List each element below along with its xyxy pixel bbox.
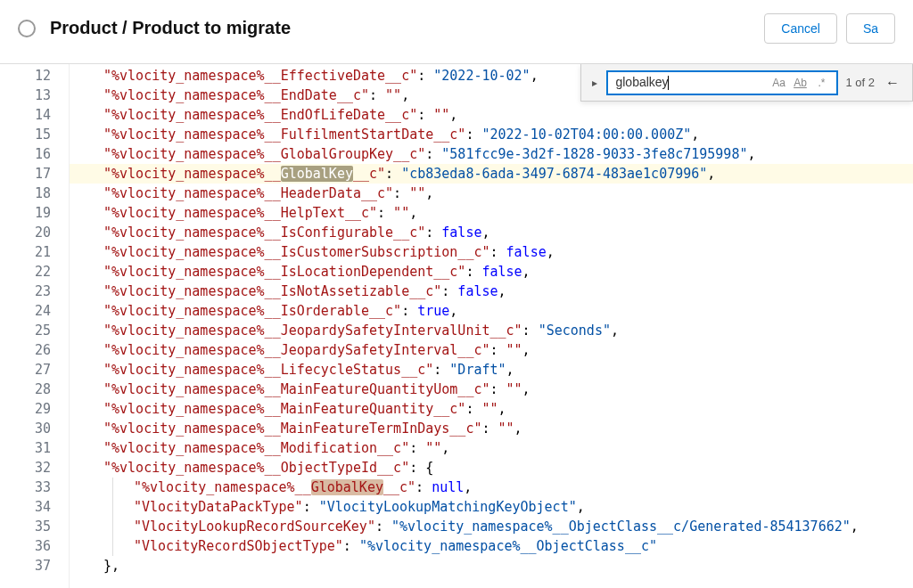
line-number: 23	[0, 282, 51, 301]
line-number: 21	[0, 242, 51, 262]
code-area[interactable]: "%vlocity_namespace%__EffectiveDate__c":…	[70, 64, 913, 588]
line-number: 25	[0, 321, 51, 340]
code-line[interactable]: "%vlocity_namespace%__MainFeatureQuantit…	[70, 380, 913, 399]
line-gutter: 1213141516171819202122232425262728293031…	[0, 64, 70, 588]
code-line[interactable]: "VlocityLookupRecordSourceKey": "%vlocit…	[70, 517, 913, 536]
code-line[interactable]: "%vlocity_namespace%__JeopardySafetyInte…	[70, 340, 913, 360]
code-line[interactable]: "%vlocity_namespace%__LifecycleStatus__c…	[70, 360, 913, 380]
line-number: 37	[0, 556, 51, 576]
header: Product / Product to migrate Cancel Sa	[0, 0, 913, 64]
match-case-icon[interactable]: Aa	[770, 77, 786, 89]
line-number: 28	[0, 380, 51, 399]
cancel-button[interactable]: Cancel	[764, 13, 837, 44]
code-line[interactable]: "%vlocity_namespace%__IsConfigurable__c"…	[70, 223, 913, 242]
find-input-value: globalkey	[615, 75, 668, 89]
select-radio[interactable]	[18, 20, 36, 37]
code-line[interactable]: "%vlocity_namespace%__IsCustomerSubscrip…	[70, 242, 913, 262]
code-line[interactable]: "%vlocity_namespace%__IsNotAssetizable__…	[70, 282, 913, 301]
code-line[interactable]: "%vlocity_namespace%__GlobalGroupKey__c"…	[70, 144, 913, 164]
code-line[interactable]: "%vlocity_namespace%__IsOrderable__c": t…	[70, 301, 913, 321]
line-number: 14	[0, 105, 51, 125]
line-number: 15	[0, 125, 51, 144]
page-title: Product / Product to migrate	[50, 18, 291, 38]
code-line[interactable]: "%vlocity_namespace%__MainFeatureQuantit…	[70, 399, 913, 419]
code-line[interactable]: "%vlocity_namespace%__HelpText__c": "",	[70, 203, 913, 223]
regex-icon[interactable]: .*	[813, 77, 829, 89]
header-left: Product / Product to migrate	[18, 18, 291, 38]
find-bar: ▸ globalkey Aa Ab .* 1 of 2 ←	[580, 64, 913, 102]
code-line[interactable]: "%vlocity_namespace%__EndOfLifeDate__c":…	[70, 105, 913, 125]
code-line[interactable]: "%vlocity_namespace%__GlobalKey__c": nul…	[70, 478, 913, 497]
code-line[interactable]: "%vlocity_namespace%__GlobalKey__c": "cb…	[70, 164, 913, 184]
line-number: 18	[0, 184, 51, 203]
code-line[interactable]: "%vlocity_namespace%__HeaderData__c": ""…	[70, 184, 913, 203]
code-line[interactable]: "%vlocity_namespace%__ObjectTypeId__c": …	[70, 458, 913, 478]
line-number: 26	[0, 340, 51, 360]
line-number: 31	[0, 438, 51, 458]
code-editor[interactable]: 1213141516171819202122232425262728293031…	[0, 64, 913, 588]
line-number: 32	[0, 458, 51, 478]
line-number: 34	[0, 497, 51, 517]
find-input[interactable]: globalkey Aa Ab .*	[606, 70, 838, 95]
line-number: 35	[0, 517, 51, 536]
header-actions: Cancel Sa	[764, 13, 895, 44]
line-number: 36	[0, 536, 51, 556]
code-line[interactable]: "%vlocity_namespace%__IsLocationDependen…	[70, 262, 913, 282]
find-result-count: 1 of 2	[845, 76, 875, 89]
line-number: 27	[0, 360, 51, 380]
line-number: 12	[0, 66, 51, 86]
code-line[interactable]: },	[70, 556, 913, 576]
code-line[interactable]: "%vlocity_namespace%__MainFeatureTermInD…	[70, 419, 913, 438]
line-number: 29	[0, 399, 51, 419]
line-number: 13	[0, 86, 51, 105]
code-line[interactable]: "VlocityDataPackType": "VlocityLookupMat…	[70, 497, 913, 517]
code-line[interactable]: "%vlocity_namespace%__FulfilmentStartDat…	[70, 125, 913, 144]
code-line[interactable]: "VlocityRecordSObjectType": "%vlocity_na…	[70, 536, 913, 556]
line-number: 33	[0, 478, 51, 497]
line-number: 16	[0, 144, 51, 164]
code-line[interactable]: "%vlocity_namespace%__JeopardySafetyInte…	[70, 321, 913, 340]
find-prev-icon[interactable]: ←	[882, 75, 903, 91]
save-button[interactable]: Sa	[846, 13, 895, 44]
line-number: 30	[0, 419, 51, 438]
line-number: 22	[0, 262, 51, 282]
match-whole-word-icon[interactable]: Ab	[792, 77, 808, 89]
line-number: 17	[0, 164, 51, 184]
line-number: 20	[0, 223, 51, 242]
line-number: 24	[0, 301, 51, 321]
line-number: 19	[0, 203, 51, 223]
find-toggle-replace-icon[interactable]: ▸	[590, 75, 599, 91]
code-line[interactable]: "%vlocity_namespace%__Modification__c": …	[70, 438, 913, 458]
